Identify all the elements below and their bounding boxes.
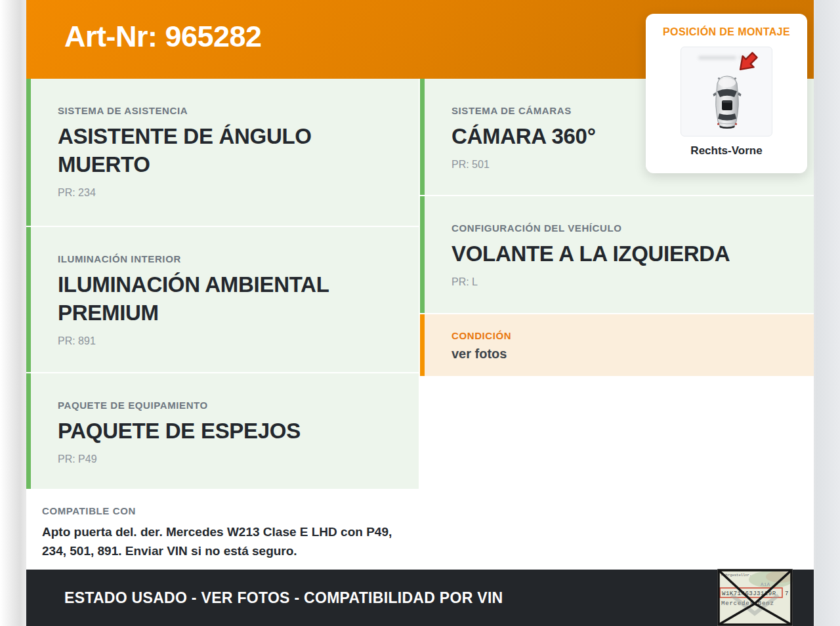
mounting-position-label: POSICIÓN DE MONTAJE: [646, 26, 807, 38]
feature-card-volante: CONFIGURACIÓN DEL VEHÍCULO VOLANTE A LA …: [420, 196, 814, 313]
footer-bar: ESTADO USADO - VER FOTOS - COMPATIBILIDA…: [26, 570, 814, 626]
card-label: SISTEMA DE ASISTENCIA: [58, 105, 392, 116]
red-arrow-icon: [735, 50, 761, 75]
mounting-position-value: Rechts-Vorne: [646, 144, 807, 157]
svg-text:AiA: AiA: [761, 581, 770, 587]
card-title: ILUMINACIÓN AMBIENTAL PREMIUM: [58, 270, 360, 327]
card-title: PAQUETE DE ESPEJOS: [58, 417, 360, 445]
svg-text:7: 7: [785, 591, 788, 597]
condition-value: ver fotos: [452, 346, 788, 362]
compatibility-card: COMPATIBLE CON Apto puerta del. der. Mer…: [26, 490, 419, 568]
compatibility-text: Apto puerta del. der. Mercedes W213 Clas…: [42, 522, 400, 560]
feature-card-iluminacion: ILUMINACIÓN INTERIOR ILUMINACIÓN AMBIENT…: [26, 227, 419, 372]
pr-code: PR: 891: [58, 335, 392, 347]
feature-card-paquete: PAQUETE DE EQUIPAMIENTO PAQUETE DE ESPEJ…: [26, 373, 419, 489]
pr-code: PR: 234: [58, 187, 392, 199]
card-label: ILUMINACIÓN INTERIOR: [58, 253, 392, 264]
condition-label: CONDICIÓN: [452, 330, 788, 341]
card-title: ASISTENTE DE ÁNGULO MUERTO: [58, 122, 360, 178]
vin-document-photo: Fahrgestellnr. AiA W1K71463J3129R 7 Merc…: [717, 569, 793, 626]
mounting-position-image: [681, 47, 772, 136]
footer-text: ESTADO USADO - VER FOTOS - COMPATIBILIDA…: [64, 589, 503, 607]
card-label: PAQUETE DE EQUIPAMIENTO: [58, 400, 392, 411]
listing-graphic: Art-Nr: 965282 SISTEMA DE ASISTENCIA ASI…: [0, 0, 840, 626]
compatibility-label: COMPATIBLE CON: [42, 505, 403, 516]
article-number-title: Art-Nr: 965282: [64, 20, 262, 54]
car-top-view-icon: [681, 47, 773, 137]
condition-card: CONDICIÓN ver fotos: [420, 314, 814, 376]
envelope-icon: Fahrgestellnr. AiA W1K71463J3129R 7 Merc…: [717, 569, 793, 626]
pr-code: PR: P49: [58, 453, 392, 465]
feature-card-asistencia: SISTEMA DE ASISTENCIA ASISTENTE DE ÁNGUL…: [26, 79, 419, 226]
content-area: Art-Nr: 965282 SISTEMA DE ASISTENCIA ASI…: [26, 0, 814, 626]
pr-code: PR: L: [452, 276, 788, 288]
mounting-position-card: POSICIÓN DE MONTAJE: [646, 14, 807, 173]
card-label: CONFIGURACIÓN DEL VEHÍCULO: [452, 222, 788, 234]
left-column: SISTEMA DE ASISTENCIA ASISTENTE DE ÁNGUL…: [26, 79, 419, 569]
card-title: VOLANTE A LA IZQUIERDA: [452, 240, 753, 268]
